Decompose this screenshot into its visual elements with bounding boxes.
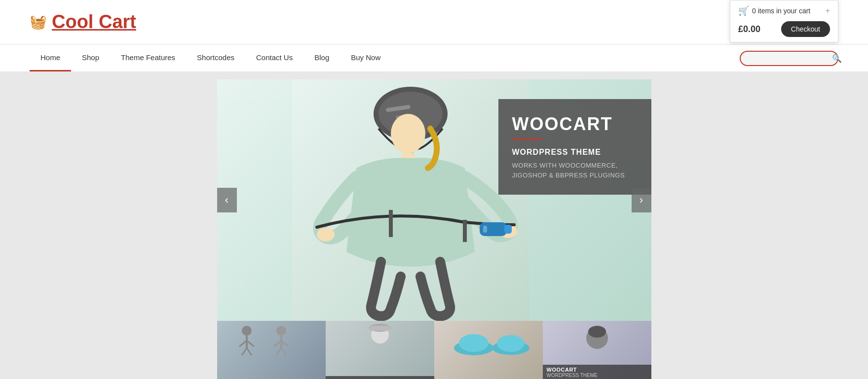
site-name: Cool Cart xyxy=(52,11,136,33)
svg-line-20 xyxy=(247,348,252,355)
nav-item-theme-features[interactable]: Theme Features xyxy=(110,45,186,71)
thumbnail-strip: WOOCART WORDPRESS THEME xyxy=(217,321,651,379)
svg-line-26 xyxy=(281,348,286,355)
svg-rect-14 xyxy=(483,226,487,233)
svg-line-23 xyxy=(274,341,281,346)
svg-point-21 xyxy=(276,326,286,336)
slide-title: WOOCART xyxy=(512,114,638,135)
cart-total: £0.00 xyxy=(738,24,760,34)
slide-text-box: WOOCART WORDPRESS THEME WORKS WITH WOOCO… xyxy=(498,99,651,195)
slide-description: WORKS WITH WOOCOMMERCE, JIGOSHOP & BBPRE… xyxy=(512,161,638,180)
slide: WOOCART WORDPRESS THEME WORKS WITH WOOCO… xyxy=(217,79,651,321)
svg-point-15 xyxy=(242,326,252,336)
thumbnail-1[interactable] xyxy=(217,321,326,379)
svg-rect-13 xyxy=(504,225,512,234)
svg-line-24 xyxy=(281,341,289,346)
svg-point-35 xyxy=(588,326,606,338)
thumb-overlay-4: WOOCART WORDPRESS THEME xyxy=(543,365,651,379)
thumb-label-4: WOOCART xyxy=(547,367,647,373)
nav-item-shortcodes[interactable]: Shortcodes xyxy=(186,45,245,71)
nav-item-contact-us[interactable]: Contact Us xyxy=(245,45,303,71)
navbar: Home Shop Theme Features Shortcodes Cont… xyxy=(0,44,868,71)
svg-line-19 xyxy=(242,348,247,355)
svg-line-18 xyxy=(247,341,254,346)
svg-line-25 xyxy=(276,348,281,355)
thumbnail-2[interactable] xyxy=(326,321,434,379)
thumb-sublabel-4: WORDPRESS THEME xyxy=(547,373,647,378)
cart-dropdown: 🛒 0 items in your cart + £0.00 Checkout xyxy=(730,0,838,42)
nav-item-shop[interactable]: Shop xyxy=(71,45,110,71)
basket-icon: 🧺 xyxy=(30,14,47,30)
slide-subtitle: WORDPRESS THEME xyxy=(512,148,638,157)
slide-underline xyxy=(512,138,542,140)
svg-point-31 xyxy=(459,334,489,352)
svg-point-33 xyxy=(497,335,525,352)
nav-item-buy-now[interactable]: Buy Now xyxy=(340,45,391,71)
cart-plus-icon[interactable]: + xyxy=(826,6,830,15)
nav-item-home[interactable]: Home xyxy=(30,45,71,71)
search-icon[interactable]: 🔍 xyxy=(832,54,842,63)
thumbnail-4[interactable]: WOOCART WORDPRESS THEME xyxy=(543,321,651,379)
nav-item-blog[interactable]: Blog xyxy=(303,45,340,71)
logo[interactable]: 🧺 Cool Cart xyxy=(30,11,136,33)
slide-background: WOOCART WORDPRESS THEME WORKS WITH WOOCO… xyxy=(217,79,651,321)
slider-next-button[interactable]: › xyxy=(632,188,651,212)
search-input[interactable] xyxy=(746,54,832,62)
nav-links: Home Shop Theme Features Shortcodes Cont… xyxy=(30,45,391,71)
cart-icon: 🛒 xyxy=(738,5,749,16)
search-area: 🔍 xyxy=(740,51,838,66)
svg-point-6 xyxy=(391,114,425,153)
svg-rect-29 xyxy=(370,326,390,331)
cyclist-illustration xyxy=(292,79,529,321)
thumbnail-3[interactable] xyxy=(434,321,543,379)
slider-section: WOOCART WORDPRESS THEME WORKS WITH WOOCO… xyxy=(0,71,868,379)
slider-prev-button[interactable]: ‹ xyxy=(217,188,237,212)
svg-point-8 xyxy=(317,228,335,241)
svg-line-17 xyxy=(239,341,247,346)
hero-slider: WOOCART WORDPRESS THEME WORKS WITH WOOCO… xyxy=(217,79,651,321)
cart-count-label: 0 items in your cart xyxy=(752,7,810,15)
checkout-button[interactable]: Checkout xyxy=(781,21,830,37)
search-box[interactable]: 🔍 xyxy=(740,51,838,66)
header: 🧺 Cool Cart 🛒 0 items in your cart + £0.… xyxy=(0,0,868,44)
thumb-overlay-2 xyxy=(326,376,434,379)
